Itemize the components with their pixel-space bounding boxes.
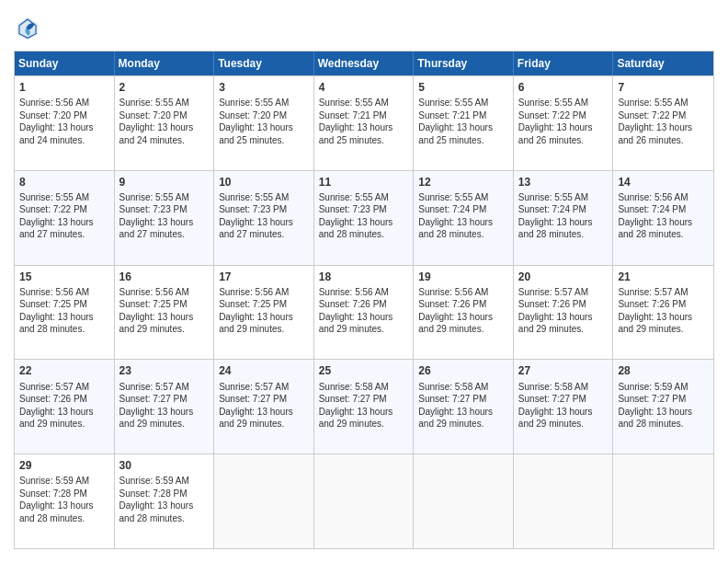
cal-cell: 20Sunrise: 5:57 AMSunset: 7:26 PMDayligh… — [514, 266, 614, 360]
daylight-label: Daylight: 13 hours and 29 minutes. — [418, 312, 493, 335]
calendar: SundayMondayTuesdayWednesdayThursdayFrid… — [14, 51, 714, 549]
day-number: 30 — [119, 458, 210, 473]
cal-cell: 25Sunrise: 5:58 AMSunset: 7:27 PMDayligh… — [314, 360, 415, 454]
cal-cell: 10Sunrise: 5:55 AMSunset: 7:23 PMDayligh… — [214, 171, 314, 265]
cal-cell: 5Sunrise: 5:55 AMSunset: 7:21 PMDaylight… — [414, 76, 514, 170]
sunset-label: Sunset: 7:27 PM — [119, 394, 188, 404]
cal-cell: 1Sunrise: 5:56 AMSunset: 7:20 PMDaylight… — [15, 76, 115, 170]
cal-cell: 24Sunrise: 5:57 AMSunset: 7:27 PMDayligh… — [214, 360, 314, 454]
daylight-label: Daylight: 13 hours and 28 minutes. — [19, 312, 94, 335]
day-number: 24 — [219, 363, 309, 378]
daylight-label: Daylight: 13 hours and 25 minutes. — [219, 122, 293, 145]
cal-week-2: 8Sunrise: 5:55 AMSunset: 7:22 PMDaylight… — [15, 170, 713, 265]
sunrise-label: Sunrise: 5:57 AM — [119, 382, 189, 392]
cal-cell: 8Sunrise: 5:55 AMSunset: 7:22 PMDaylight… — [15, 171, 115, 265]
daylight-label: Daylight: 13 hours and 28 minutes. — [119, 500, 194, 523]
sunset-label: Sunset: 7:23 PM — [119, 204, 188, 214]
cal-header-monday: Monday — [115, 52, 215, 75]
cal-week-5: 29Sunrise: 5:59 AMSunset: 7:28 PMDayligh… — [15, 454, 713, 548]
cal-cell: 12Sunrise: 5:55 AMSunset: 7:24 PMDayligh… — [414, 171, 514, 265]
sunrise-label: Sunrise: 5:55 AM — [19, 192, 89, 202]
sunset-label: Sunset: 7:25 PM — [119, 299, 188, 309]
sunrise-label: Sunrise: 5:55 AM — [219, 98, 289, 108]
sunrise-label: Sunrise: 5:57 AM — [219, 382, 289, 392]
daylight-label: Daylight: 13 hours and 29 minutes. — [518, 407, 593, 430]
sunrise-label: Sunrise: 5:55 AM — [618, 98, 688, 108]
day-number: 25 — [319, 363, 409, 378]
cal-week-4: 22Sunrise: 5:57 AMSunset: 7:26 PMDayligh… — [15, 359, 713, 454]
sunset-label: Sunset: 7:25 PM — [219, 299, 287, 309]
sunset-label: Sunset: 7:26 PM — [319, 299, 387, 309]
cal-header-tuesday: Tuesday — [214, 52, 314, 75]
day-number: 22 — [19, 363, 109, 378]
cal-header-saturday: Saturday — [613, 52, 713, 75]
calendar-header-row: SundayMondayTuesdayWednesdayThursdayFrid… — [15, 52, 713, 75]
daylight-label: Daylight: 13 hours and 24 minutes. — [19, 122, 94, 145]
daylight-label: Daylight: 13 hours and 25 minutes. — [418, 122, 493, 145]
sunset-label: Sunset: 7:26 PM — [19, 394, 87, 404]
daylight-label: Daylight: 13 hours and 24 minutes. — [119, 122, 194, 145]
day-number: 20 — [518, 270, 609, 284]
sunset-label: Sunset: 7:20 PM — [19, 110, 87, 121]
sunrise-label: Sunrise: 5:55 AM — [319, 192, 389, 202]
sunrise-label: Sunrise: 5:58 AM — [518, 382, 588, 392]
day-number: 23 — [119, 363, 210, 378]
daylight-label: Daylight: 13 hours and 29 minutes. — [418, 407, 493, 430]
day-number: 29 — [19, 458, 109, 473]
sunset-label: Sunset: 7:25 PM — [19, 299, 87, 309]
day-number: 27 — [518, 363, 609, 378]
daylight-label: Daylight: 13 hours and 25 minutes. — [319, 122, 393, 145]
cal-cell: 17Sunrise: 5:56 AMSunset: 7:25 PMDayligh… — [214, 266, 314, 360]
cal-cell — [613, 454, 713, 548]
header — [14, 14, 714, 41]
sunrise-label: Sunrise: 5:55 AM — [418, 98, 488, 108]
cal-cell: 22Sunrise: 5:57 AMSunset: 7:26 PMDayligh… — [15, 360, 115, 454]
daylight-label: Daylight: 13 hours and 26 minutes. — [618, 122, 692, 145]
cal-cell: 4Sunrise: 5:55 AMSunset: 7:21 PMDaylight… — [314, 76, 415, 170]
calendar-body: 1Sunrise: 5:56 AMSunset: 7:20 PMDaylight… — [15, 75, 713, 548]
sunset-label: Sunset: 7:24 PM — [418, 204, 486, 214]
sunset-label: Sunset: 7:28 PM — [119, 488, 188, 499]
cal-cell: 18Sunrise: 5:56 AMSunset: 7:26 PMDayligh… — [314, 266, 415, 360]
sunrise-label: Sunrise: 5:56 AM — [119, 287, 189, 297]
sunrise-label: Sunrise: 5:55 AM — [219, 192, 289, 202]
cal-cell: 6Sunrise: 5:55 AMSunset: 7:22 PMDaylight… — [514, 76, 614, 170]
sunrise-label: Sunrise: 5:56 AM — [319, 287, 389, 297]
daylight-label: Daylight: 13 hours and 29 minutes. — [219, 407, 293, 430]
day-number: 28 — [618, 363, 709, 378]
cal-week-3: 15Sunrise: 5:56 AMSunset: 7:25 PMDayligh… — [15, 265, 713, 360]
cal-cell: 3Sunrise: 5:55 AMSunset: 7:20 PMDaylight… — [214, 76, 314, 170]
cal-header-sunday: Sunday — [15, 52, 115, 75]
sunrise-label: Sunrise: 5:55 AM — [119, 98, 189, 108]
cal-header-friday: Friday — [514, 52, 614, 75]
daylight-label: Daylight: 13 hours and 29 minutes. — [119, 312, 194, 335]
daylight-label: Daylight: 13 hours and 28 minutes. — [618, 217, 692, 240]
day-number: 18 — [319, 270, 409, 284]
cal-cell: 21Sunrise: 5:57 AMSunset: 7:26 PMDayligh… — [613, 266, 713, 360]
cal-cell: 30Sunrise: 5:59 AMSunset: 7:28 PMDayligh… — [115, 454, 215, 548]
sunset-label: Sunset: 7:21 PM — [319, 110, 387, 121]
cal-cell: 11Sunrise: 5:55 AMSunset: 7:23 PMDayligh… — [314, 171, 415, 265]
sunrise-label: Sunrise: 5:55 AM — [518, 192, 588, 202]
cal-week-1: 1Sunrise: 5:56 AMSunset: 7:20 PMDaylight… — [15, 75, 713, 170]
page: SundayMondayTuesdayWednesdayThursdayFrid… — [0, 0, 728, 563]
sunset-label: Sunset: 7:22 PM — [19, 204, 87, 214]
cal-cell: 19Sunrise: 5:56 AMSunset: 7:26 PMDayligh… — [414, 266, 514, 360]
day-number: 26 — [418, 363, 508, 378]
day-number: 8 — [19, 175, 109, 190]
daylight-label: Daylight: 13 hours and 29 minutes. — [19, 407, 94, 430]
cal-cell: 14Sunrise: 5:56 AMSunset: 7:24 PMDayligh… — [613, 171, 713, 265]
day-number: 4 — [319, 80, 409, 95]
cal-cell: 7Sunrise: 5:55 AMSunset: 7:22 PMDaylight… — [613, 76, 713, 170]
daylight-label: Daylight: 13 hours and 29 minutes. — [319, 312, 393, 335]
cal-header-wednesday: Wednesday — [314, 52, 415, 75]
cal-cell: 28Sunrise: 5:59 AMSunset: 7:27 PMDayligh… — [613, 360, 713, 454]
sunrise-label: Sunrise: 5:55 AM — [319, 98, 389, 108]
cal-header-thursday: Thursday — [414, 52, 514, 75]
sunset-label: Sunset: 7:20 PM — [219, 110, 287, 121]
daylight-label: Daylight: 13 hours and 28 minutes. — [319, 217, 393, 240]
sunset-label: Sunset: 7:27 PM — [618, 394, 686, 404]
cal-cell: 23Sunrise: 5:57 AMSunset: 7:27 PMDayligh… — [115, 360, 215, 454]
daylight-label: Daylight: 13 hours and 28 minutes. — [618, 407, 692, 430]
logo-icon — [14, 14, 41, 41]
